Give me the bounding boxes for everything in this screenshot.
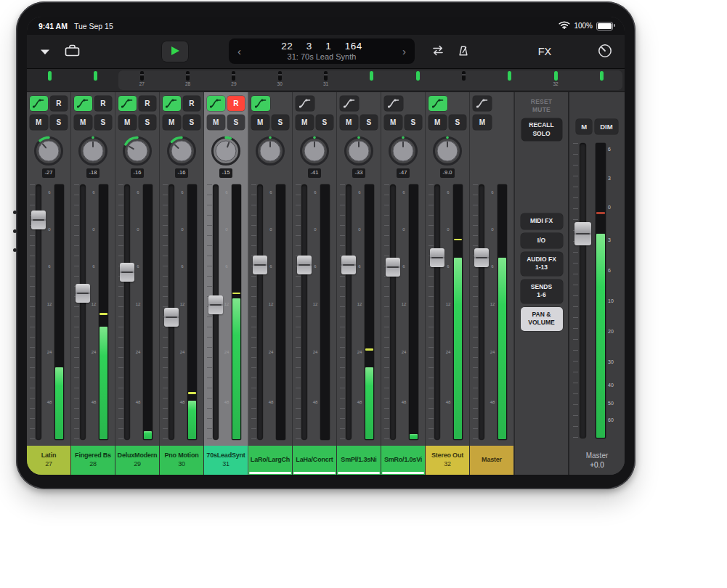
overview-cell[interactable]: 29 xyxy=(211,69,256,91)
play-button[interactable] xyxy=(162,41,188,62)
master-dim-button[interactable]: DIM xyxy=(595,119,617,134)
record-arm-button[interactable]: R xyxy=(183,96,201,111)
fader-track[interactable] xyxy=(80,184,86,440)
solo-button[interactable]: S xyxy=(50,115,68,130)
fader-handle[interactable] xyxy=(76,284,90,303)
fader-handle[interactable] xyxy=(386,258,400,277)
channel-name-label[interactable]: LaHa/Concrt xyxy=(293,446,336,475)
solo-button[interactable]: S xyxy=(94,115,113,130)
master-fader-track[interactable] xyxy=(580,143,586,438)
fader-handle[interactable] xyxy=(341,256,356,274)
mute-button[interactable]: M xyxy=(340,115,358,130)
solo-button[interactable]: S xyxy=(316,115,334,130)
panel-tab-sends-1-6[interactable]: SENDS1-6 xyxy=(521,279,563,303)
channel-name-label[interactable]: 70sLeadSynt31 xyxy=(204,446,248,475)
solo-button[interactable]: S xyxy=(272,115,290,130)
fader-handle[interactable] xyxy=(253,256,267,274)
overview-cell[interactable] xyxy=(441,69,487,91)
solo-button[interactable]: S xyxy=(449,115,467,130)
overview-cell[interactable] xyxy=(395,69,441,91)
mute-button[interactable]: M xyxy=(296,115,314,130)
channel-name-label[interactable]: Master xyxy=(470,446,513,475)
fader-track[interactable] xyxy=(346,184,352,440)
pan-knob[interactable] xyxy=(381,134,425,168)
solo-button[interactable]: S xyxy=(139,115,157,130)
metronome-button[interactable] xyxy=(458,45,469,59)
lcd-prev-chevron[interactable]: ‹ xyxy=(236,46,243,57)
browser-toolbox-button[interactable] xyxy=(65,44,80,59)
fader-track[interactable] xyxy=(390,184,396,440)
channel-name-label[interactable]: SmRo/1.0sVi xyxy=(381,446,425,475)
fader-handle[interactable] xyxy=(208,295,223,314)
settings-dial-button[interactable] xyxy=(597,43,613,61)
overview-cell[interactable] xyxy=(349,69,394,91)
mute-button[interactable]: M xyxy=(30,115,48,130)
recall-solo-button[interactable]: RECALL SOLO xyxy=(521,118,562,141)
cycle-button[interactable] xyxy=(431,45,445,58)
fader-handle[interactable] xyxy=(297,256,312,274)
fader-track[interactable] xyxy=(301,184,307,440)
overview-cell[interactable]: 31 xyxy=(303,69,349,91)
automation-button[interactable] xyxy=(30,96,48,111)
panel-tab-i-o[interactable]: I/O xyxy=(521,233,563,248)
pan-knob[interactable] xyxy=(248,134,292,168)
fader-track[interactable] xyxy=(124,184,130,440)
channel-name-label[interactable]: Latin27 xyxy=(27,446,70,475)
overview-cell[interactable] xyxy=(579,69,625,91)
reset-mute-button[interactable]: RESET MUTE xyxy=(531,98,552,114)
pan-knob[interactable] xyxy=(27,134,70,168)
master-fader-handle[interactable] xyxy=(574,222,591,245)
channel-name-label[interactable]: Fingered Bs28 xyxy=(71,446,115,475)
lcd-display[interactable]: ‹ 22 3 1 164 31: 70s Lead Synth › xyxy=(229,38,415,64)
channel-name-label[interactable]: DeluxModern29 xyxy=(115,446,159,475)
overview-cell[interactable] xyxy=(487,69,532,91)
mute-button[interactable]: M xyxy=(118,115,137,130)
automation-button[interactable] xyxy=(207,96,225,111)
panel-tab-pan-volume[interactable]: PAN &VOLUME xyxy=(521,307,563,331)
automation-button[interactable] xyxy=(384,96,403,111)
pan-knob[interactable] xyxy=(293,134,336,168)
overview-cell[interactable] xyxy=(73,69,118,91)
fx-button[interactable]: FX xyxy=(535,35,554,68)
mute-button[interactable]: M xyxy=(163,115,181,130)
panel-tab-midi-fx[interactable]: MIDI FX xyxy=(521,213,563,229)
pan-knob[interactable] xyxy=(71,134,115,168)
pan-knob[interactable] xyxy=(204,134,248,168)
fader-track[interactable] xyxy=(257,184,263,440)
automation-button[interactable] xyxy=(340,96,359,111)
overview-cell[interactable]: 28 xyxy=(165,69,211,91)
automation-button[interactable] xyxy=(163,96,181,111)
lcd-next-chevron[interactable]: › xyxy=(401,46,407,57)
mute-button[interactable]: M xyxy=(384,115,402,130)
record-arm-button[interactable]: R xyxy=(139,96,157,111)
pan-knob[interactable] xyxy=(337,134,381,168)
record-arm-button[interactable]: R xyxy=(227,96,245,111)
automation-button[interactable] xyxy=(473,96,492,111)
solo-button[interactable]: S xyxy=(360,115,378,130)
mute-button[interactable]: M xyxy=(473,115,492,130)
overview-cell[interactable]: 30 xyxy=(257,69,303,91)
channel-name-label[interactable]: LaRo/LargCh xyxy=(248,446,292,475)
record-arm-button[interactable]: R xyxy=(50,96,68,111)
automation-button[interactable] xyxy=(429,96,447,111)
channel-name-label[interactable]: Pno Motion30 xyxy=(160,446,203,475)
mute-button[interactable]: M xyxy=(74,115,92,130)
fader-handle[interactable] xyxy=(430,248,444,267)
master-mute-button[interactable]: M xyxy=(576,119,592,134)
mute-button[interactable]: M xyxy=(207,115,225,130)
overview-cell[interactable]: 32 xyxy=(532,69,578,91)
panel-tab-audio-fx-1-13[interactable]: AUDIO FX1-13 xyxy=(521,252,563,276)
channel-name-label[interactable]: Stereo Out32 xyxy=(426,446,469,475)
solo-button[interactable]: S xyxy=(183,115,201,130)
solo-button[interactable]: S xyxy=(227,115,245,130)
mute-button[interactable]: M xyxy=(429,115,447,130)
pan-knob[interactable] xyxy=(426,134,469,168)
fader-handle[interactable] xyxy=(31,211,46,229)
fader-handle[interactable] xyxy=(474,248,489,267)
automation-button[interactable] xyxy=(251,96,270,111)
automation-button[interactable] xyxy=(74,96,92,111)
disclosure-chevron-button[interactable] xyxy=(40,46,50,57)
record-arm-button[interactable]: R xyxy=(94,96,113,111)
overview-cell[interactable]: 27 xyxy=(119,69,165,91)
overview-cell[interactable] xyxy=(27,69,73,91)
